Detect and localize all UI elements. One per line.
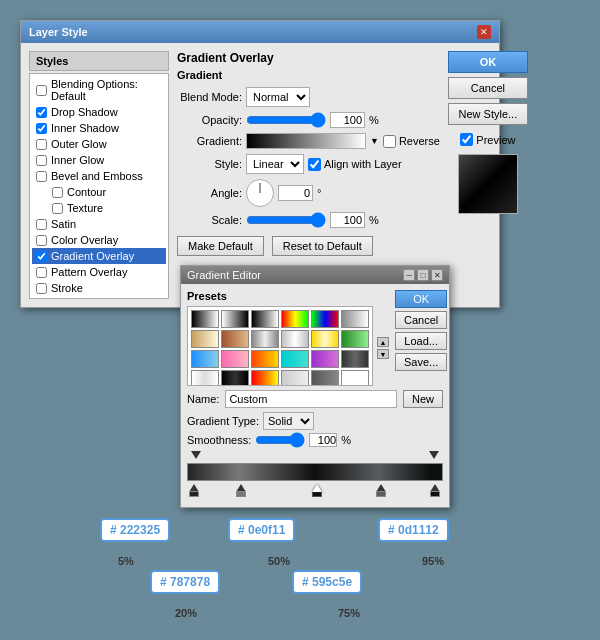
color-stop-50pct[interactable] <box>312 484 322 497</box>
presets-grid <box>187 306 373 386</box>
cancel-button[interactable]: Cancel <box>448 77 528 99</box>
dropdown-icon[interactable]: ▼ <box>370 136 379 146</box>
ge-name-input[interactable] <box>225 390 397 408</box>
ge-titlebar: Gradient Editor ─ □ ✕ <box>181 266 449 284</box>
default-buttons-row: Make Default Reset to Default <box>177 236 440 256</box>
preview-checkbox[interactable] <box>460 133 473 146</box>
color-stop-75pct[interactable] <box>376 484 386 497</box>
style-inner-glow[interactable]: Inner Glow <box>32 152 166 168</box>
preset-13[interactable] <box>221 350 249 368</box>
gradient-overlay-checkbox[interactable] <box>36 251 47 262</box>
preset-7[interactable] <box>221 330 249 348</box>
ge-smoothness-input[interactable] <box>309 433 337 447</box>
preset-8[interactable] <box>251 330 279 348</box>
preset-11[interactable] <box>341 330 369 348</box>
opacity-input[interactable] <box>330 112 365 128</box>
preset-2[interactable] <box>251 310 279 328</box>
style-contour[interactable]: Contour <box>32 184 166 200</box>
style-gradient-overlay[interactable]: Gradient Overlay <box>32 248 166 264</box>
style-pattern-overlay[interactable]: Pattern Overlay <box>32 264 166 280</box>
reset-default-button[interactable]: Reset to Default <box>272 236 373 256</box>
ge-color-stops <box>187 481 443 497</box>
stroke-checkbox[interactable] <box>36 283 47 294</box>
style-stroke[interactable]: Stroke <box>32 280 166 296</box>
preset-3[interactable] <box>281 310 309 328</box>
scale-input[interactable] <box>330 212 365 228</box>
preset-12[interactable] <box>191 350 219 368</box>
inner-shadow-checkbox[interactable] <box>36 123 47 134</box>
ge-smoothness-slider[interactable] <box>255 435 305 445</box>
ge-gradient-bar[interactable] <box>187 463 443 481</box>
preview-area <box>458 154 518 214</box>
preset-20[interactable] <box>251 370 279 386</box>
color-stop-20pct[interactable] <box>236 484 246 497</box>
style-inner-shadow[interactable]: Inner Shadow <box>32 120 166 136</box>
style-select[interactable]: Linear Radial Angle <box>246 154 304 174</box>
scale-slider[interactable] <box>246 214 326 226</box>
style-blending-options[interactable]: Blending Options: Default <box>32 76 166 104</box>
scroll-down-btn[interactable]: ▼ <box>377 349 389 359</box>
gradient-preview[interactable] <box>246 133 366 149</box>
ge-load-button[interactable]: Load... <box>395 332 447 350</box>
make-default-button[interactable]: Make Default <box>177 236 264 256</box>
color-stop-95pct[interactable] <box>430 484 440 497</box>
style-outer-glow[interactable]: Outer Glow <box>32 136 166 152</box>
outer-glow-checkbox[interactable] <box>36 139 47 150</box>
bevel-emboss-checkbox[interactable] <box>36 171 47 182</box>
style-bevel-emboss[interactable]: Bevel and Emboss <box>32 168 166 184</box>
style-drop-shadow[interactable]: Drop Shadow <box>32 104 166 120</box>
texture-checkbox[interactable] <box>52 203 63 214</box>
dialog-titlebar: Layer Style ✕ <box>21 21 499 43</box>
opacity-slider[interactable] <box>246 114 326 126</box>
preset-17[interactable] <box>341 350 369 368</box>
pattern-overlay-checkbox[interactable] <box>36 267 47 278</box>
angle-input[interactable] <box>278 185 313 201</box>
opacity-stop-left[interactable] <box>191 451 201 463</box>
preset-16[interactable] <box>311 350 339 368</box>
preset-4[interactable] <box>311 310 339 328</box>
ge-cancel-button[interactable]: Cancel <box>395 311 447 329</box>
ge-maximize-button[interactable]: □ <box>417 269 429 281</box>
preset-18[interactable] <box>191 370 219 386</box>
ge-minimize-button[interactable]: ─ <box>403 269 415 281</box>
opacity-stop-right[interactable] <box>429 451 439 463</box>
ge-save-button[interactable]: Save... <box>395 353 447 371</box>
align-checkbox[interactable] <box>308 158 321 171</box>
ge-new-button[interactable]: New <box>403 390 443 408</box>
preset-1[interactable] <box>221 310 249 328</box>
reverse-label: Reverse <box>383 135 440 148</box>
drop-shadow-checkbox[interactable] <box>36 107 47 118</box>
style-row: Style: Linear Radial Angle Align with La… <box>177 154 440 174</box>
satin-checkbox[interactable] <box>36 219 47 230</box>
style-satin[interactable]: Satin <box>32 216 166 232</box>
ge-type-select[interactable]: Solid Noise <box>263 412 314 430</box>
preset-15[interactable] <box>281 350 309 368</box>
color-stop-0pct[interactable] <box>189 484 199 497</box>
contour-checkbox[interactable] <box>52 187 63 198</box>
preset-5[interactable] <box>341 310 369 328</box>
ge-close-button[interactable]: ✕ <box>431 269 443 281</box>
reverse-checkbox[interactable] <box>383 135 396 148</box>
preset-10[interactable] <box>311 330 339 348</box>
blending-options-checkbox[interactable] <box>36 85 47 96</box>
preset-19[interactable] <box>221 370 249 386</box>
inner-glow-checkbox[interactable] <box>36 155 47 166</box>
preset-22[interactable] <box>311 370 339 386</box>
color-overlay-checkbox[interactable] <box>36 235 47 246</box>
scroll-up-btn[interactable]: ▲ <box>377 337 389 347</box>
preset-14[interactable] <box>251 350 279 368</box>
align-label: Align with Layer <box>308 158 402 171</box>
blend-mode-select[interactable]: Normal Multiply Screen <box>246 87 310 107</box>
ge-ok-button[interactable]: OK <box>395 290 447 308</box>
style-texture[interactable]: Texture <box>32 200 166 216</box>
style-color-overlay[interactable]: Color Overlay <box>32 232 166 248</box>
ok-button[interactable]: OK <box>448 51 528 73</box>
preset-6[interactable] <box>191 330 219 348</box>
preset-0[interactable] <box>191 310 219 328</box>
angle-dial[interactable] <box>246 179 274 207</box>
preset-21[interactable] <box>281 370 309 386</box>
preset-23[interactable] <box>341 370 369 386</box>
close-button[interactable]: ✕ <box>477 25 491 39</box>
new-style-button[interactable]: New Style... <box>448 103 528 125</box>
preset-9[interactable] <box>281 330 309 348</box>
